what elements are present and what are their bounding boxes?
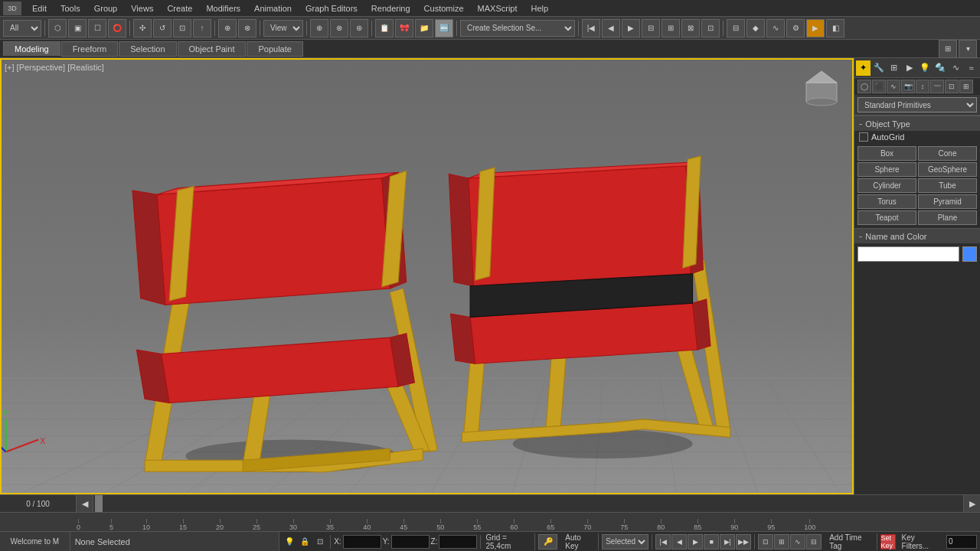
tab-extra-btn2[interactable]: ▾ [959, 40, 977, 58]
filter-dropdown[interactable]: All [3, 20, 41, 37]
menu-edit[interactable]: Edit [26, 2, 53, 15]
tab-modeling[interactable]: Modeling [3, 41, 60, 56]
place-btn[interactable]: ↑ [193, 19, 211, 37]
next-frame-btn[interactable]: ▶| [720, 534, 735, 549]
named-sel1[interactable]: |◀ [582, 19, 600, 37]
mini-curve-icon[interactable]: ∿ [790, 534, 805, 549]
tl-playhead[interactable] [95, 495, 103, 512]
tab-selection[interactable]: Selection [119, 41, 176, 57]
view-dropdown[interactable]: View [263, 20, 303, 37]
menu-animation[interactable]: Animation [248, 2, 298, 15]
rp-bone-icon[interactable]: ⊞ [959, 80, 973, 93]
align3-btn[interactable]: ⊡ [701, 19, 720, 37]
time-icon[interactable]: ⊞ [774, 534, 789, 549]
btn-box[interactable]: Box [858, 146, 916, 161]
select-move-btn[interactable]: ✣ [133, 19, 152, 37]
scale-btn[interactable]: ⊡ [173, 19, 191, 37]
unlink-btn[interactable]: ⊗ [330, 19, 348, 37]
menu-views[interactable]: Views [125, 2, 159, 15]
menu-customize[interactable]: Customize [418, 2, 470, 15]
rp-helper-icon[interactable]: ↕ [916, 80, 929, 93]
rp-icon-extra2[interactable]: ≈ [964, 60, 978, 76]
btn7[interactable]: 📁 [415, 19, 433, 37]
color-swatch[interactable] [962, 246, 977, 262]
menu-help[interactable]: Help [525, 2, 555, 15]
select-btn[interactable]: ⬡ [48, 19, 67, 37]
render-btn[interactable]: ▶ [806, 19, 825, 37]
layer-btn[interactable]: 📋 [375, 19, 394, 37]
key-icon-btn[interactable]: 🔑 [538, 534, 558, 549]
stop-btn[interactable]: ■ [704, 534, 719, 549]
rp-icon-utilities[interactable]: 🔩 [933, 60, 948, 76]
window-crossing-btn[interactable]: ☐ [88, 19, 106, 37]
rp-icon-display[interactable]: 💡 [918, 60, 933, 76]
menu-create[interactable]: Create [161, 2, 198, 15]
rp-geo-icon[interactable]: ◯ [858, 80, 871, 93]
renderframe-btn[interactable]: ◧ [826, 19, 844, 37]
rotate-btn[interactable]: ↺ [153, 19, 172, 37]
bind-spacewarp-btn[interactable]: ⊛ [350, 19, 368, 37]
tl-right-arrow[interactable]: ▶ [963, 495, 980, 512]
render-setup-btn[interactable]: ⚙ [786, 19, 805, 37]
btn-teapot[interactable]: Teapot [858, 210, 916, 225]
tab-object-paint[interactable]: Object Paint [178, 41, 247, 57]
goto-end-btn[interactable]: ▶▶ [736, 534, 751, 549]
tl-scroll[interactable] [93, 495, 963, 512]
rp-icon-create[interactable]: ✦ [856, 60, 871, 76]
ribbon-btn[interactable]: 🎀 [395, 19, 413, 37]
menu-graph-editors[interactable]: Graph Editors [299, 2, 364, 15]
btn-torus[interactable]: Torus [858, 194, 916, 209]
collapse-object-type[interactable]: - [859, 118, 862, 129]
snap-icon[interactable]: ⊡ [313, 535, 327, 549]
align-btn[interactable]: ⊞ [662, 19, 680, 37]
rp-light-icon[interactable]: ∿ [887, 80, 900, 93]
z-input[interactable] [439, 535, 477, 549]
prev-frame-btn[interactable]: ◀ [671, 534, 687, 549]
align2-btn[interactable]: ⊠ [681, 19, 700, 37]
rp-camera-icon[interactable]: 📷 [901, 80, 915, 93]
collapse-name-color[interactable]: - [859, 230, 862, 242]
rp-icon-motion[interactable]: ▶ [902, 60, 916, 76]
rp-shape-icon[interactable]: ⬛ [872, 80, 886, 93]
menu-group[interactable]: Group [88, 2, 124, 15]
render-icon[interactable]: ⊡ [758, 534, 773, 549]
btn-cone[interactable]: Cone [918, 146, 977, 161]
autogrid-checkbox[interactable] [859, 132, 868, 142]
frame-number-input[interactable] [946, 535, 977, 549]
rp-spacewarp-icon[interactable]: 〰 [930, 80, 944, 93]
rp-systems-icon[interactable]: ⊡ [945, 80, 959, 93]
key-filters-btn[interactable]: Key Filters... [899, 533, 943, 550]
named-sel3[interactable]: ▶ [622, 19, 640, 37]
btn-geosphere[interactable]: GeoSphere [918, 162, 977, 177]
rp-icon-extra1[interactable]: ∿ [949, 60, 963, 76]
object-name-input[interactable] [858, 246, 959, 262]
play-btn[interactable]: ▶ [688, 534, 703, 549]
tab-populate[interactable]: Populate [247, 41, 302, 57]
ref-coord-btn[interactable]: ⊕ [218, 19, 237, 37]
btn-tube[interactable]: Tube [918, 178, 977, 193]
material-btn[interactable]: ◆ [746, 19, 765, 37]
set-key-btn[interactable]: Set Key [880, 534, 896, 549]
btn-pyramid[interactable]: Pyramid [918, 194, 977, 209]
menu-rendering[interactable]: Rendering [365, 2, 416, 15]
goto-start-btn[interactable]: |◀ [655, 534, 671, 549]
tl-left-arrow[interactable]: ◀ [77, 495, 93, 512]
btn-cylinder[interactable]: Cylinder [858, 178, 916, 193]
rp-icon-hierarchy[interactable]: ⊞ [887, 60, 901, 76]
menu-modifiers[interactable]: Modifiers [200, 2, 247, 15]
rp-icon-modify[interactable]: 🔧 [871, 60, 886, 76]
perspective-icon[interactable] [799, 67, 844, 109]
lock2-icon[interactable]: 🔒 [298, 535, 312, 549]
paint-select-btn[interactable]: ⭕ [108, 19, 126, 37]
x-input[interactable] [343, 535, 381, 549]
add-time-tag-btn[interactable]: Add Time Tag [829, 533, 861, 550]
btn-sphere[interactable]: Sphere [858, 162, 916, 177]
rp-type-dropdown[interactable]: Standard Primitives [858, 97, 977, 112]
curve-editor-btn[interactable]: ∿ [766, 19, 785, 37]
mirror-btn[interactable]: ⊟ [642, 19, 660, 37]
btn8[interactable]: 🔤 [435, 19, 453, 37]
named-sel2[interactable]: ◀ [602, 19, 620, 37]
tab-freeform[interactable]: Freeform [61, 41, 119, 57]
menu-maxscript[interactable]: MAXScript [472, 2, 524, 15]
menu-tools[interactable]: Tools [54, 2, 87, 15]
